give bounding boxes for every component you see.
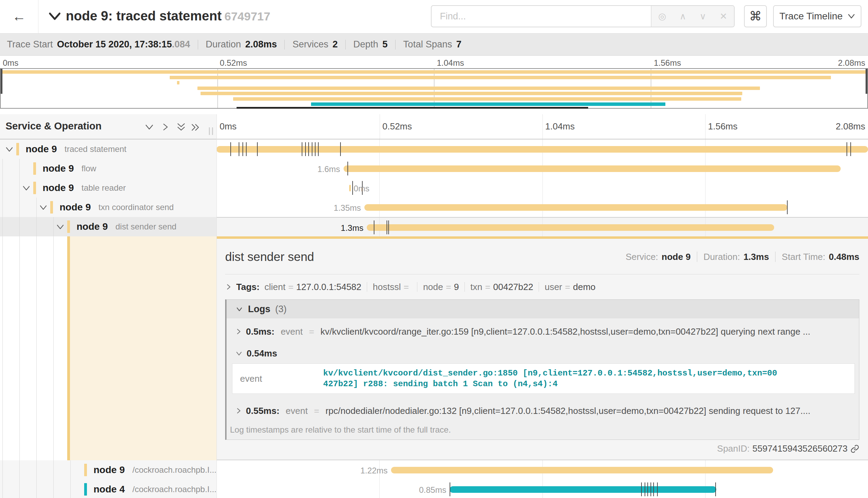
log-entry-expanded-header[interactable]: 0.54ms: [227, 345, 859, 362]
span-timeline-cell[interactable]: 1.3ms: [216, 217, 868, 236]
span-tree-cell[interactable]: node 9dist sender send: [0, 217, 216, 236]
prev-result-icon[interactable]: ∧: [680, 11, 686, 22]
tag-value: demo: [573, 282, 595, 292]
view-selector-label: Trace Timeline: [779, 11, 843, 22]
collapse-one-icon[interactable]: [144, 123, 154, 132]
span-tree-cell[interactable]: node 4/cockroach.roachpb.I...: [0, 480, 216, 498]
span-color-bar: [84, 464, 87, 476]
span-log-marker[interactable]: [450, 482, 450, 496]
span-log-marker[interactable]: [352, 181, 353, 195]
span-log-marker[interactable]: [850, 142, 851, 156]
span-log-marker[interactable]: [647, 482, 648, 496]
span-log-marker[interactable]: [787, 200, 788, 214]
span-log-marker[interactable]: [715, 482, 716, 496]
back-button[interactable]: ←: [10, 8, 28, 25]
minimap-left-handle[interactable]: [1, 69, 2, 94]
summary-value: 2: [333, 39, 338, 50]
span-duration-bar[interactable]: [216, 146, 868, 153]
indent-guide: [36, 460, 37, 480]
span-duration-bar[interactable]: [450, 486, 716, 493]
span-duration-bar[interactable]: [344, 165, 841, 172]
span-timeline-cell[interactable]: 1.35ms: [216, 198, 868, 217]
span-log-marker[interactable]: [230, 142, 231, 156]
span-timeline-cell[interactable]: 1.22ms: [216, 460, 868, 480]
expand-one-icon[interactable]: [161, 123, 170, 132]
span-tree-cell[interactable]: node 9traced statement: [0, 139, 216, 159]
span-detail-left-gutter: [0, 236, 216, 460]
span-tree-cell[interactable]: node 9flow: [0, 159, 216, 178]
span-log-marker[interactable]: [374, 220, 374, 234]
span-collapse-chevron-icon[interactable]: [39, 203, 48, 211]
span-log-marker[interactable]: [318, 142, 319, 156]
summary-value: 7: [456, 39, 461, 50]
span-log-marker[interactable]: [340, 142, 341, 156]
indent-guide: [53, 460, 54, 480]
span-tree-cell[interactable]: node 9table reader: [0, 178, 216, 198]
span-tree-cell[interactable]: node 9txn coordinator send: [0, 198, 216, 217]
log-entry[interactable]: 0.5ms:event=kv/kvclient/kvcoord/range_it…: [227, 318, 859, 345]
span-log-marker[interactable]: [312, 142, 312, 156]
logs-header[interactable]: Logs (3): [227, 300, 859, 318]
span-log-marker[interactable]: [315, 142, 316, 156]
keyboard-shortcuts-button[interactable]: ⌘: [744, 5, 767, 27]
log-entry[interactable]: 0.55ms:event=rpc/nodedialer/nodedialer.g…: [227, 399, 859, 423]
span-log-marker[interactable]: [388, 220, 389, 234]
indent-guide: [2, 480, 3, 498]
link-icon[interactable]: [850, 444, 859, 453]
span-log-marker[interactable]: [645, 482, 645, 496]
span-timeline-cell[interactable]: [216, 139, 868, 159]
span-collapse-chevron-icon[interactable]: [5, 145, 14, 153]
span-duration-bar[interactable]: [364, 204, 787, 211]
minimap-canvas[interactable]: [0, 68, 868, 109]
clear-search-icon[interactable]: ✕: [720, 11, 727, 22]
span-log-marker[interactable]: [308, 142, 309, 156]
expand-all-icon[interactable]: [191, 123, 201, 132]
span-timeline-cell[interactable]: 0ms: [216, 178, 868, 198]
collapse-all-icon[interactable]: [176, 123, 186, 132]
selected-span-color-stripe: [67, 236, 70, 460]
locate-icon[interactable]: ◎: [658, 11, 666, 22]
span-log-marker[interactable]: [239, 142, 239, 156]
span-log-marker[interactable]: [305, 142, 306, 156]
span-duration-bar[interactable]: [391, 467, 773, 473]
minimap-scrollbar[interactable]: [237, 107, 588, 109]
summary-separator: [284, 40, 285, 49]
tags-row[interactable]: Tags: client=127.0.0.1:54582hostssl=node…: [225, 280, 859, 294]
next-result-icon[interactable]: ∨: [700, 11, 706, 22]
log-field-key: event: [240, 373, 323, 384]
span-log-marker[interactable]: [641, 482, 642, 496]
span-service-name: node 4: [94, 484, 125, 495]
span-collapse-chevron-icon[interactable]: [22, 184, 31, 192]
span-log-marker[interactable]: [650, 482, 651, 496]
tag-key: txn: [470, 282, 482, 292]
span-log-marker[interactable]: [657, 482, 658, 496]
chevron-right-icon: [236, 407, 242, 415]
span-collapse-chevron-icon[interactable]: [56, 223, 65, 230]
tag-value: 9: [454, 282, 459, 292]
find-input[interactable]: [432, 6, 651, 27]
span-duration-bar[interactable]: [349, 185, 351, 191]
span-log-marker[interactable]: [302, 142, 302, 156]
view-selector-button[interactable]: Trace Timeline: [773, 5, 861, 27]
log-text: kv/kvclient/kvcoord/range_iter.go:159 [n…: [320, 326, 810, 337]
logs-accordion: Logs (3) 0.5ms:event=kv/kvclient/kvcoord…: [225, 299, 859, 440]
tags-list: client=127.0.0.1:54582hostssl=node=9txn=…: [264, 282, 595, 292]
span-log-marker[interactable]: [347, 162, 348, 175]
span-log-marker[interactable]: [246, 142, 247, 156]
span-log-marker[interactable]: [653, 482, 654, 496]
page-title: node 9: traced statement: [66, 9, 222, 24]
span-tree-cell[interactable]: node 9/cockroach.roachpb.I...: [0, 460, 216, 480]
span-log-marker[interactable]: [387, 220, 387, 234]
span-log-marker[interactable]: [257, 142, 258, 156]
tag-key: client: [264, 282, 285, 292]
span-duration-label: 1.3ms: [341, 223, 363, 233]
column-resizer-grip[interactable]: [209, 127, 213, 135]
span-log-marker[interactable]: [847, 142, 847, 156]
span-timeline-cell[interactable]: 1.6ms: [216, 159, 868, 178]
minimap-right-handle[interactable]: [866, 69, 867, 94]
collapse-title-chevron-icon[interactable]: [48, 11, 62, 22]
span-log-marker[interactable]: [242, 142, 243, 156]
span-detail-title: dist sender send: [225, 250, 314, 264]
span-timeline-cell[interactable]: 0.85ms: [216, 480, 868, 498]
span-duration-bar[interactable]: [367, 224, 774, 231]
